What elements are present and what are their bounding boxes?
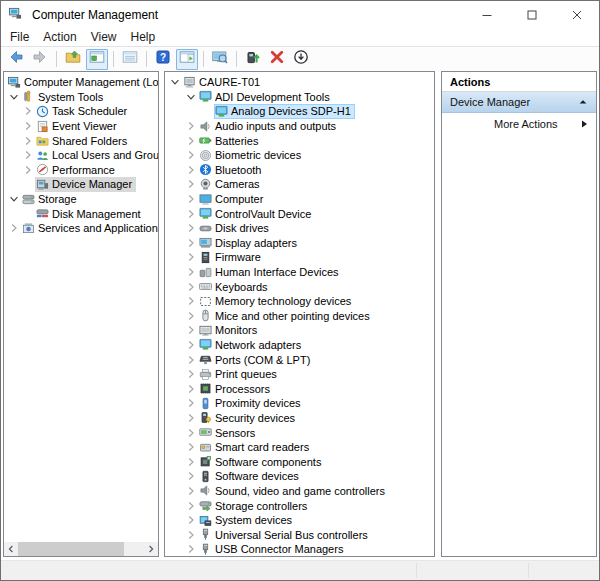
tree-item[interactable]: Storage [4,192,158,207]
tree-item-cell[interactable]: Disk drives [198,221,273,235]
tree-item-cell[interactable]: Proximity devices [198,396,305,410]
tree-item[interactable]: Analog Devices SDP-H1 [165,104,434,119]
minimize-button[interactable] [464,1,509,28]
tree-item[interactable]: Security devices [165,411,434,426]
tree-item-cell[interactable]: Computer [198,192,267,206]
tree-item-cell[interactable]: Task Scheduler [35,104,131,118]
chevron-up-icon[interactable] [578,97,588,107]
tree-item[interactable]: Biometric devices [165,148,434,163]
tree-item[interactable]: Network adapters [165,338,434,353]
tree-item-cell[interactable]: Biometric devices [198,148,305,162]
tree-item[interactable]: Memory technology devices [165,294,434,309]
tree-item-cell[interactable]: Sensors [198,425,259,439]
chevron-collapsed-icon[interactable] [184,209,198,219]
tree-item-cell[interactable]: Processors [198,382,274,396]
tree-item[interactable]: Human Interface Devices [165,265,434,280]
tree-item[interactable]: Proximity devices [165,396,434,411]
chevron-collapsed-icon[interactable] [184,501,198,511]
chevron-collapsed-icon[interactable] [184,340,198,350]
uninstall-button[interactable] [266,49,288,70]
chevron-collapsed-icon[interactable] [184,194,198,204]
tree-item[interactable]: Computer [165,192,434,207]
tree-item-cell[interactable]: Device Manager [35,177,136,191]
chevron-expanded-icon[interactable] [7,194,21,204]
tree-item[interactable]: Task Scheduler [4,104,158,119]
tree-item[interactable]: Firmware [165,250,434,265]
chevron-collapsed-icon[interactable] [184,267,198,277]
tree-item-cell[interactable]: System devices [198,513,296,527]
chevron-collapsed-icon[interactable] [184,311,198,321]
tree-item-cell[interactable]: Storage [21,192,81,206]
tree-item[interactable]: Software components [165,454,434,469]
tree-item[interactable]: USB Connector Managers [165,542,434,557]
tree-item-cell[interactable]: ControlVault Device [198,206,315,220]
help-button[interactable]: ? [152,49,174,70]
tree-item[interactable]: System Tools [4,90,158,105]
chevron-collapsed-icon[interactable] [184,165,198,175]
tree-item[interactable]: Shared Folders [4,133,158,148]
tree-item[interactable]: Disk drives [165,221,434,236]
chevron-collapsed-icon[interactable] [184,136,198,146]
tree-item[interactable]: Disk Management [4,206,158,221]
tree-item-cell[interactable]: Memory technology devices [198,294,355,308]
chevron-collapsed-icon[interactable] [184,486,198,496]
tree-item-cell[interactable]: Network adapters [198,338,305,352]
chevron-expanded-icon[interactable] [7,92,21,102]
chevron-collapsed-icon[interactable] [184,398,198,408]
tree-item-cell[interactable]: Shared Folders [35,133,131,147]
tree-item[interactable]: Software devices [165,469,434,484]
chevron-collapsed-icon[interactable] [184,457,198,467]
tree-item-cell[interactable]: Software devices [198,469,303,483]
actions-group-device-manager[interactable]: Device Manager [442,92,596,113]
back-button[interactable] [5,49,27,70]
tree-item[interactable]: Display adapters [165,236,434,251]
menu-action[interactable]: Action [36,29,83,45]
chevron-collapsed-icon[interactable] [184,530,198,540]
menu-help[interactable]: Help [124,29,163,45]
chevron-collapsed-icon[interactable] [184,428,198,438]
tree-item[interactable]: Universal Serial Bus controllers [165,527,434,542]
tree-item-cell[interactable]: Software components [198,455,325,469]
tree-item-cell[interactable]: Audio inputs and outputs [198,119,340,133]
chevron-collapsed-icon[interactable] [184,150,198,160]
chevron-collapsed-icon[interactable] [184,384,198,394]
chevron-collapsed-icon[interactable] [184,413,198,423]
chevron-collapsed-icon[interactable] [184,325,198,335]
chevron-collapsed-icon[interactable] [21,136,35,146]
tree-item[interactable]: Smart card readers [165,440,434,455]
tree-item-cell[interactable]: Security devices [198,411,299,425]
scrollbar-thumb[interactable] [18,542,124,556]
maximize-button[interactable] [509,1,554,28]
folder-up-button[interactable] [62,49,84,70]
update-driver-button[interactable] [242,49,264,70]
chevron-collapsed-icon[interactable] [7,223,21,233]
chevron-collapsed-icon[interactable] [184,223,198,233]
tree-item-cell[interactable]: Monitors [198,323,261,337]
tree-item[interactable]: Local Users and Groups [4,148,158,163]
tree-item-cell[interactable]: Human Interface Devices [198,265,343,279]
more-actions-item[interactable]: More Actions [442,113,596,135]
chevron-expanded-icon[interactable] [184,92,198,102]
tree-item-cell[interactable]: Performance [35,163,119,177]
forward-button[interactable] [29,49,51,70]
chevron-collapsed-icon[interactable] [184,544,198,554]
chevron-collapsed-icon[interactable] [21,150,35,160]
tree-item-cell[interactable]: CAURE-T01 [182,75,264,89]
chevron-expanded-icon[interactable] [168,77,182,87]
chevron-collapsed-icon[interactable] [184,296,198,306]
tree-item-cell[interactable]: Disk Management [35,206,145,220]
export-list-button[interactable] [119,49,141,70]
tree-item-cell[interactable]: Analog Devices SDP-H1 [214,104,355,118]
tree-item-cell[interactable]: ADI Development Tools [198,90,334,104]
tree-item[interactable]: Audio inputs and outputs [165,119,434,134]
menu-file[interactable]: File [3,29,36,45]
tree-item-cell[interactable]: Computer Management (Local [7,75,158,89]
tree-item-cell[interactable]: Sound, video and game controllers [198,484,389,498]
tree-item[interactable]: Storage controllers [165,498,434,513]
tree-item-cell[interactable]: Firmware [198,250,265,264]
chevron-collapsed-icon[interactable] [184,238,198,248]
tree-item[interactable]: Bluetooth [165,163,434,178]
chevron-collapsed-icon[interactable] [21,121,35,131]
console-tree-button[interactable] [86,49,108,70]
menu-view[interactable]: View [84,29,124,45]
